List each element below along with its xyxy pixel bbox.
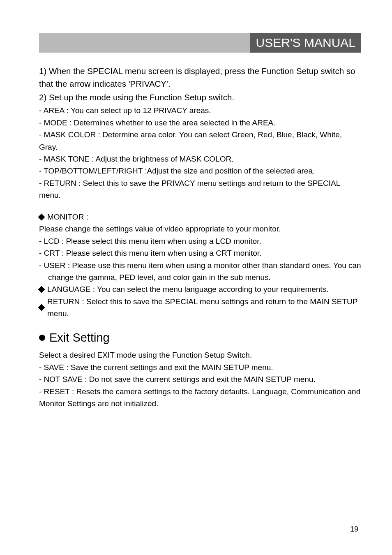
page-number: 19 [350,525,358,534]
bullet-icon [39,335,45,341]
exit-heading-row: Exit Setting [39,329,361,347]
privacy-tblr: - TOP/BOTTOM/LEFT/RIGHT :Adjust the size… [39,165,361,177]
monitor-lcd: - LCD : Please select this menu item whe… [39,235,361,247]
monitor-user-line1: - USER : Please use this menu item when … [39,259,361,271]
header-gray-bar [39,33,250,53]
monitor-heading-row: MONITOR : [39,211,361,223]
return-row: RETURN : Select this to save the SPECIAL… [39,296,361,320]
diamond-icon [38,304,45,311]
monitor-user-line2: change the gamma, PED level, and color g… [39,271,361,283]
return-text: RETURN : Select this to save the SPECIAL… [47,296,361,320]
monitor-heading: MONITOR : [47,211,88,223]
exit-intro: Select a desired EXIT mode using the Fun… [39,349,361,361]
privacy-mode: - MODE : Determines whether to use the a… [39,117,361,129]
privacy-step2: 2) Set up the mode using the Function Se… [39,91,361,104]
language-text: LANGUAGE : You can select the menu langu… [47,283,328,295]
header-title: USER'S MANUAL [250,33,361,53]
exit-not-save: - NOT SAVE : Do not save the current set… [39,373,361,385]
privacy-step1: 1) When the SPECIAL menu screen is displ… [39,65,361,90]
privacy-return: - RETURN : Select this to save the PRIVA… [39,177,361,201]
privacy-mask-color: - MASK COLOR : Determine area color. You… [39,129,361,153]
privacy-mask-tone: - MASK TONE : Adjust the brightness of M… [39,153,361,165]
monitor-intro: Please change the settings value of vide… [39,223,361,235]
exit-heading: Exit Setting [49,329,110,347]
language-row: LANGUAGE : You can select the menu langu… [39,283,361,295]
exit-reset: - RESET : Resets the camera settings to … [39,386,361,410]
monitor-crt: - CRT : Please select this menu item whe… [39,247,361,259]
content-body: 1) When the SPECIAL menu screen is displ… [39,65,361,409]
exit-save: - SAVE : Save the current settings and e… [39,361,361,373]
diamond-icon [38,286,45,293]
diamond-icon [38,214,45,221]
header-bar: USER'S MANUAL [39,33,361,53]
privacy-area: - AREA : You can select up to 12 PRIVACY… [39,104,361,116]
